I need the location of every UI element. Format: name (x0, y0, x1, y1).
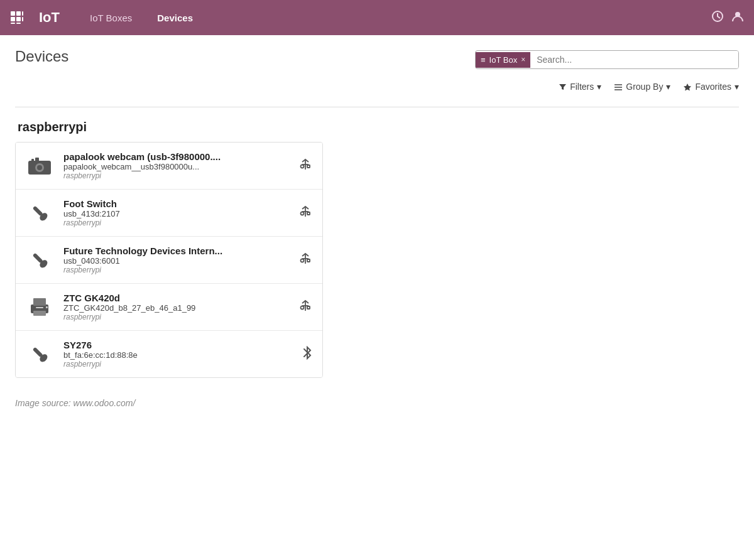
svg-point-28 (301, 212, 304, 215)
image-source-footer: Image source: www.odoo.com/ (15, 398, 739, 408)
svg-rect-42 (46, 306, 48, 308)
svg-rect-7 (16, 23, 21, 24)
svg-rect-39 (33, 298, 46, 306)
group-by-label: Group By (626, 82, 663, 92)
svg-rect-5 (22, 17, 23, 21)
group-by-button[interactable]: Group By ▾ (614, 82, 670, 92)
svg-point-35 (301, 259, 304, 262)
nav-iot-boxes[interactable]: IoT Boxes (85, 10, 137, 26)
svg-marker-13 (684, 83, 691, 91)
filter-row: Filters ▾ Group By ▾ Favorites ▾ (559, 78, 739, 92)
device-identifier: ZTC_GK420d_b8_27_eb_46_a1_99 (63, 303, 288, 313)
svg-rect-0 (11, 11, 15, 16)
search-input[interactable] (530, 51, 738, 68)
svg-rect-3 (11, 17, 15, 21)
device-source: raspberrypi (63, 360, 292, 369)
svg-rect-23 (307, 165, 310, 168)
svg-rect-18 (31, 159, 34, 161)
list-item[interactable]: SY276 bt_fa:6e:cc:1d:88:8e raspberrypi (16, 331, 322, 377)
svg-rect-2 (22, 11, 23, 16)
device-info: SY276 bt_fa:6e:cc:1d:88:8e raspberrypi (63, 340, 292, 369)
svg-rect-41 (36, 307, 43, 308)
svg-point-45 (301, 306, 304, 310)
device-name: Foot Switch (63, 198, 288, 209)
device-source: raspberrypi (63, 171, 288, 180)
svg-point-16 (37, 165, 42, 170)
device-list: papalook webcam (usb-3f980000.... papalo… (15, 142, 323, 378)
device-info: papalook webcam (usb-3f980000.... papalo… (63, 151, 288, 180)
bluetooth-icon (302, 346, 312, 362)
device-info: Future Technology Devices Intern... usb_… (63, 245, 288, 274)
filter-tag-icon: ≡ (481, 55, 486, 65)
usb-icon (298, 252, 312, 267)
svg-rect-37 (307, 259, 310, 262)
wrench-icon (26, 202, 53, 223)
list-item[interactable]: Future Technology Devices Intern... usb_… (16, 237, 322, 284)
search-filter-tag: ≡ IoT Box × (476, 52, 530, 68)
filters-label: Filters (570, 82, 594, 92)
filter-tag-label: IoT Box (489, 55, 518, 65)
svg-rect-4 (16, 17, 21, 21)
svg-point-21 (301, 164, 304, 168)
app-title: IoT (39, 9, 60, 26)
filters-button[interactable]: Filters ▾ (559, 82, 601, 92)
favorites-button[interactable]: Favorites ▾ (683, 82, 739, 92)
device-source: raspberrypi (63, 266, 288, 274)
filters-dropdown-arrow: ▾ (597, 82, 601, 92)
svg-rect-6 (11, 23, 15, 24)
favorites-label: Favorites (695, 82, 731, 92)
list-item[interactable]: Foot Switch usb_413d:2107 raspberrypi (16, 190, 322, 237)
device-identifier: usb_413d:2107 (63, 209, 288, 218)
clock-icon[interactable] (711, 10, 724, 26)
nav-devices[interactable]: Devices (152, 10, 198, 26)
favorites-dropdown-arrow: ▾ (735, 82, 739, 92)
device-name: Future Technology Devices Intern... (63, 245, 288, 256)
svg-rect-47 (307, 306, 310, 309)
usb-icon (298, 299, 312, 315)
device-source: raspberrypi (63, 313, 288, 321)
page-content: Devices ≡ IoT Box × Filters ▾ (0, 35, 754, 421)
usb-icon (298, 205, 312, 220)
device-info: Foot Switch usb_413d:2107 raspberrypi (63, 198, 288, 227)
svg-rect-1 (16, 11, 21, 16)
printer-icon (26, 297, 53, 317)
grid-menu-icon[interactable] (10, 11, 24, 24)
wrench-icon (26, 249, 53, 271)
svg-rect-17 (35, 158, 39, 161)
device-info: ZTC GK420d ZTC_GK420d_b8_27_eb_46_a1_99 … (63, 293, 288, 321)
group-by-dropdown-arrow: ▾ (666, 82, 670, 92)
search-bar: ≡ IoT Box × (475, 50, 739, 69)
device-source: raspberrypi (63, 218, 288, 227)
search-area: ≡ IoT Box × (475, 50, 739, 69)
device-group-raspberrypi: raspberrypi papalook webcam (usb-3f98000… (15, 120, 739, 378)
page-title: Devices (15, 48, 68, 65)
device-identifier: papalook_webcam__usb3f980000u... (63, 162, 288, 171)
list-item[interactable]: ZTC GK420d ZTC_GK420d_b8_27_eb_46_a1_99 … (16, 284, 322, 331)
wrench-icon (26, 343, 53, 365)
svg-rect-40 (33, 311, 46, 316)
camera-icon (26, 156, 53, 175)
user-icon[interactable] (731, 10, 744, 26)
usb-icon (298, 158, 312, 174)
filter-tag-close[interactable]: × (521, 55, 525, 64)
svg-rect-30 (307, 212, 310, 215)
top-navigation: IoT IoT Boxes Devices (0, 0, 754, 35)
list-item[interactable]: papalook webcam (usb-3f980000.... papalo… (16, 143, 322, 190)
device-name: ZTC GK420d (63, 293, 288, 303)
group-header: raspberrypi (15, 120, 739, 134)
nav-right-icons (711, 10, 744, 26)
device-name: SY276 (63, 340, 292, 350)
device-name: papalook webcam (usb-3f980000.... (63, 151, 288, 162)
device-identifier: bt_fa:6e:cc:1d:88:8e (63, 350, 292, 360)
device-identifier: usb_0403:6001 (63, 256, 288, 266)
